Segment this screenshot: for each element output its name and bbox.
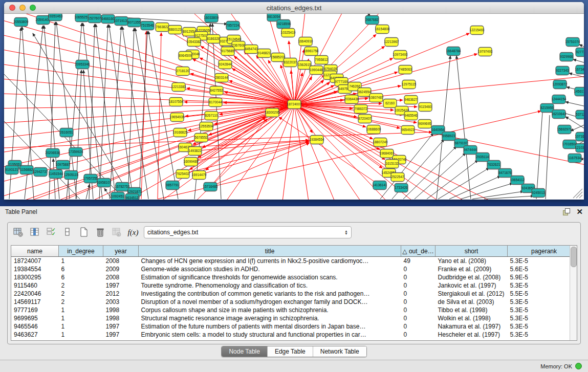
graph-node[interactable]: 11451544 [49,170,63,179]
table-row[interactable]: 977716911998Corpus callosum shape and si… [11,306,577,314]
table-cell[interactable]: 1998 [103,314,139,322]
graph-node[interactable]: 9227343 [556,67,569,75]
graph-node[interactable]: 1167534 [568,154,581,163]
table-cell[interactable]: 18724007 [11,257,59,266]
table-cell[interactable]: 0 [401,290,435,298]
table-row[interactable]: 946554611997Estimation of the future num… [11,322,577,331]
graph-node[interactable]: 1562615 [298,61,311,70]
graph-node[interactable]: 16640910 [298,37,313,46]
graph-node[interactable]: 10973493 [393,51,408,59]
graph-node[interactable]: 10807487 [369,94,384,102]
graph-node[interactable]: 16154808 [375,25,390,34]
window-resize-grip[interactable] [576,192,582,198]
graph-node[interactable]: 8215955 [540,104,554,113]
table-scrollbar-thumb[interactable] [571,247,577,267]
graph-node[interactable]: 10719135 [114,17,129,26]
table-cell[interactable]: Nakamura et al. (1997) [435,322,508,331]
graph-node[interactable]: 10975887 [56,161,71,169]
graph-node[interactable]: 7955812 [315,56,328,64]
column-header-name[interactable]: name [11,246,59,257]
graph-node[interactable]: 16961758 [304,47,319,56]
column-header-title[interactable]: title [139,246,401,257]
graph-node[interactable]: 9474444 [464,146,477,155]
graph-node[interactable]: 9245013 [532,189,545,198]
table-cell[interactable]: Tourette syndrome. Phenomenology and cla… [139,281,401,290]
table-cell[interactable]: 0 [401,273,435,281]
graph-node[interactable]: 7857224 [226,21,239,30]
table-cell[interactable]: 1 [59,331,103,339]
table-cell[interactable]: Embryonic stem cells: a model to study s… [139,331,401,339]
float-panel-icon[interactable] [563,208,570,215]
column-header-year[interactable]: year [103,246,139,257]
graph-node[interactable]: 6466160 [101,15,115,24]
table-cell[interactable]: 1998 [103,306,139,314]
graph-node[interactable]: 1733426 [395,184,408,192]
column-header-in_degree[interactable]: in_degree [59,246,103,257]
table-cell[interactable]: 5.6E-5 [508,265,578,273]
graph-node[interactable]: 8267110 [205,112,218,120]
graph-node[interactable]: 18300295 [265,108,280,117]
graph-node[interactable]: 8454743 [245,45,258,54]
table-cell[interactable]: 5.3E-5 [508,257,578,266]
table-row[interactable]: 2242004622012Investigating the contribut… [11,290,577,298]
graph-node[interactable]: 10716534 [575,133,584,141]
table-cell[interactable]: 6 [59,265,103,273]
graph-node[interactable]: 18107554 [169,98,184,106]
graph-node[interactable]: 9329966 [560,53,573,61]
cell-split-icon[interactable] [62,227,73,238]
graph-node[interactable]: 1493822 [188,147,202,156]
table-cell[interactable]: 18300295 [11,273,59,281]
table-cell[interactable]: 2009 [103,265,139,273]
table-cell[interactable]: Yano et al. (2008) [435,257,508,266]
network-window-titlebar[interactable]: citations_edges.txt [4,2,584,14]
graph-node[interactable]: 12505115 [64,171,79,180]
graph-node[interactable]: 1156882 [20,166,33,174]
graph-node[interactable]: 20364436 [344,95,359,104]
graph-node[interactable]: 2718120 [176,67,189,76]
tab-node-table[interactable]: Node Table [222,346,268,357]
graph-node[interactable]: 12444154 [552,95,567,104]
table-cell[interactable]: 9463627 [11,331,59,339]
table-cell[interactable]: 14569117 [11,298,59,306]
table-cell[interactable]: Investigating the contribution of common… [139,290,401,298]
table-cell[interactable]: Wolkin et al. (1998) [435,314,508,322]
graph-node[interactable]: 9634512 [125,194,139,200]
graph-node[interactable]: 7485063 [399,65,412,74]
table-cell[interactable]: Genome-wide association studies in ADHD. [139,265,401,273]
graph-node[interactable]: 12213383 [171,83,186,92]
graph-node[interactable]: 16033809 [204,14,219,23]
table-cell[interactable]: 2 [59,298,103,306]
graph-node[interactable]: 9193121 [5,166,18,174]
graph-node[interactable]: 10543382 [187,38,202,47]
table-cell[interactable]: Structural magnetic resonance image aver… [139,314,401,322]
graph-node[interactable]: 1092451 [111,192,124,200]
graph-node[interactable]: 62160 [383,99,397,108]
table-cell[interactable]: Changes of HCN gene expression and I(f) … [139,257,401,266]
graph-node[interactable]: 19384554 [310,136,324,144]
table-cell[interactable]: 1997 [103,322,139,331]
graph-node[interactable]: 9277311 [576,48,584,57]
table-cell[interactable]: Estimation of significance thresholds fo… [139,273,401,281]
graph-node[interactable]: 8322037 [284,58,297,67]
graph-node[interactable]: 7625402 [176,170,189,179]
table-cell[interactable]: 5.5E-5 [508,290,578,298]
table-cell[interactable]: Hescheler et al. (1997) [435,331,508,339]
table-cell[interactable]: Stergiakouli et al. (2012) [435,290,508,298]
table-cell[interactable]: 5.9E-5 [508,273,578,281]
graph-node[interactable]: 16210643 [552,110,567,119]
table-cell[interactable]: 6 [59,273,103,281]
graph-node[interactable]: 9699695 [418,120,431,128]
table-cell[interactable]: 1 [59,314,103,322]
graph-node[interactable]: 1990448 [310,66,323,75]
graph-node[interactable]: 16648784 [446,47,461,56]
graph-node[interactable]: 7986372 [354,105,367,114]
table-cell[interactable]: 0 [401,265,435,273]
graph-node[interactable]: 16914479 [192,171,207,180]
graph-node[interactable]: 20553809 [14,18,29,27]
graph-node[interactable]: 2687682 [365,16,379,25]
graph-node[interactable]: 5678552 [194,134,208,142]
table-cell[interactable]: 1997 [103,281,139,290]
table-settings-icon[interactable] [13,227,24,238]
graph-node[interactable]: 8427552 [210,86,223,95]
graph-node[interactable]: 19351463 [48,14,63,21]
